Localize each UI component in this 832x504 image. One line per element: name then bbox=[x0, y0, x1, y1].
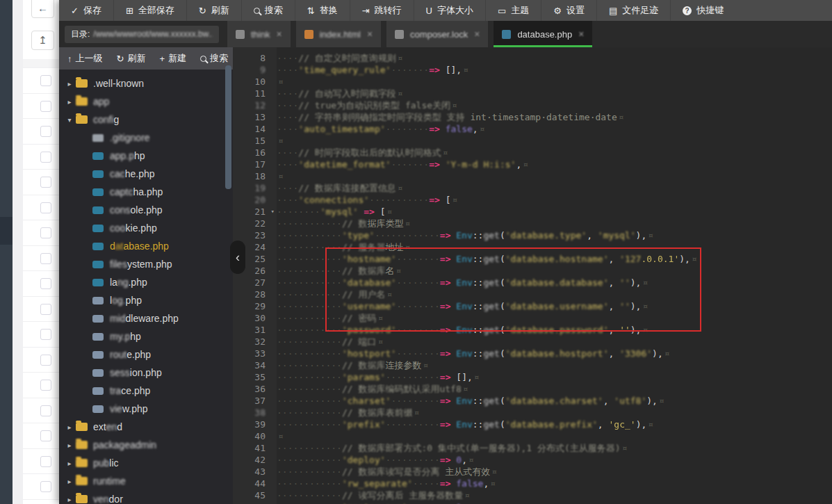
tree-item-app-php[interactable]: app.php bbox=[59, 147, 233, 165]
tree-up-level-button[interactable]: ↑上一级 bbox=[67, 52, 103, 65]
tree-item-packageadmin[interactable]: ▸packageadmin bbox=[59, 436, 233, 454]
toolbar-shortcuts-button[interactable]: ?快捷键 bbox=[670, 0, 735, 21]
left-nav-selected-item[interactable] bbox=[0, 217, 13, 245]
toolbar-replace-button[interactable]: ⇅替换 bbox=[295, 0, 350, 21]
file-row bbox=[23, 169, 59, 195]
tree-item-vendor[interactable]: ▸vendor bbox=[59, 490, 233, 504]
row-checkbox[interactable] bbox=[40, 355, 51, 366]
toolbar-search-button[interactable]: 搜索 bbox=[241, 0, 295, 21]
token: 1 bbox=[456, 501, 462, 504]
token: ¤ bbox=[403, 241, 410, 253]
toolbar-file-history-button[interactable]: ▤文件足迹 bbox=[596, 0, 670, 21]
toolbar-font-size-button[interactable]: U字体大小 bbox=[414, 0, 485, 21]
row-checkbox[interactable] bbox=[40, 75, 51, 86]
tab-database-php[interactable]: database.php× bbox=[494, 21, 592, 47]
close-icon[interactable]: × bbox=[578, 29, 584, 40]
name-segment: rout bbox=[110, 349, 127, 360]
toolbar-save-all-button[interactable]: ⊞全部保存 bbox=[113, 0, 186, 21]
code-text: ····// 时间字段取出后的默认时间格式¤ bbox=[277, 147, 448, 158]
row-checkbox[interactable] bbox=[40, 456, 51, 467]
name-segment: .php bbox=[128, 277, 147, 288]
tree-item-name: filesystem.php bbox=[110, 259, 172, 270]
tree-item-trace-php[interactable]: trace.php bbox=[59, 382, 233, 400]
tree-item-cache-php[interactable]: cache.php bbox=[59, 165, 233, 183]
row-checkbox[interactable] bbox=[40, 202, 51, 213]
tree-item-lang-php[interactable]: lang.php bbox=[59, 273, 233, 291]
tree-item-view-php[interactable]: view.php bbox=[59, 400, 233, 418]
tab-composer-lock[interactable]: composer.lock× bbox=[386, 21, 488, 47]
toolbar-refresh-button[interactable]: ↻刷新 bbox=[186, 0, 241, 21]
tree-item-runtime[interactable]: ▸runtime bbox=[59, 472, 233, 490]
tree-item-database-php[interactable]: database.php bbox=[59, 237, 233, 255]
tree-item-extend[interactable]: ▸extend bbox=[59, 418, 233, 436]
chevron-right-icon[interactable]: ▸ bbox=[63, 98, 76, 106]
tree-item-config[interactable]: ▾config bbox=[59, 111, 233, 129]
tree-item-console-php[interactable]: console.php bbox=[59, 201, 233, 219]
tree-item-public[interactable]: ▸public bbox=[59, 454, 233, 472]
code-pane[interactable]: 8····// 自定义时间查询规则¤9····'time_query_rule'… bbox=[233, 47, 832, 504]
collapse-sidebar-button[interactable]: ‹ bbox=[230, 241, 245, 274]
tree-item-log-php[interactable]: log.php bbox=[59, 291, 233, 309]
toolbar-goto-line-button[interactable]: ⇥跳转行 bbox=[350, 0, 414, 21]
row-checkbox[interactable] bbox=[40, 481, 51, 492]
tree-refresh-button[interactable]: ↻刷新 bbox=[117, 52, 146, 65]
toolbar-settings-button[interactable]: ⚙设置 bbox=[541, 0, 596, 21]
tab-think[interactable]: think× bbox=[227, 21, 291, 47]
code-text: ············// 数据库表前缀¤ bbox=[277, 407, 419, 418]
chevron-right-icon[interactable]: ▸ bbox=[63, 496, 76, 503]
tree-item-app[interactable]: ▸app bbox=[59, 92, 233, 111]
row-checkbox[interactable] bbox=[40, 430, 51, 441]
close-icon[interactable]: × bbox=[276, 29, 282, 40]
row-checkbox[interactable] bbox=[40, 304, 51, 315]
token: 'password' bbox=[342, 324, 396, 336]
tree-item-filesystem-php[interactable]: filesystem.php bbox=[59, 255, 233, 273]
line-number: 14 bbox=[233, 123, 277, 135]
toolbar-save-button[interactable]: ✓保存 bbox=[59, 0, 113, 21]
tree-new-button[interactable]: +新建 bbox=[159, 52, 186, 65]
tree-item-well-known[interactable]: ▸.well-known bbox=[59, 74, 233, 92]
row-checkbox[interactable] bbox=[40, 380, 51, 391]
chevron-right-icon[interactable]: ▸ bbox=[63, 460, 76, 467]
folder-icon bbox=[76, 97, 88, 106]
tree-item-gitignore[interactable]: .gitignore bbox=[59, 129, 233, 147]
tree-item-session-php[interactable]: session.php bbox=[59, 364, 233, 382]
line-number: 18 bbox=[233, 170, 277, 182]
tab-index-html[interactable]: index.html× bbox=[296, 21, 381, 47]
row-checkbox[interactable] bbox=[40, 177, 51, 188]
token: '' bbox=[619, 324, 630, 336]
tree-scrollbar[interactable] bbox=[225, 65, 231, 189]
chevron-right-icon[interactable]: ▸ bbox=[63, 441, 76, 449]
tree-search-button[interactable]: 搜索 bbox=[200, 52, 228, 65]
row-checkbox[interactable] bbox=[40, 152, 51, 163]
tree-item-cookie-php[interactable]: cookie.php bbox=[59, 219, 233, 237]
chevron-right-icon[interactable]: ▸ bbox=[63, 423, 76, 431]
token: ¤ bbox=[412, 407, 419, 418]
close-icon[interactable]: × bbox=[367, 29, 373, 40]
row-checkbox[interactable] bbox=[40, 253, 51, 264]
fold-marker-icon[interactable]: ▾ bbox=[271, 207, 275, 216]
tree-item-route-php[interactable]: route.php bbox=[59, 346, 233, 364]
row-checkbox[interactable] bbox=[40, 101, 51, 112]
tree-item-middleware-php[interactable]: middleware.php bbox=[59, 309, 233, 327]
back-button[interactable]: ← bbox=[31, 0, 54, 18]
tree-item-captcha-php[interactable]: captcha.php bbox=[59, 183, 233, 201]
directory-path-box[interactable]: 目录: /www/wwwroot/www.xxxxxx.bw… bbox=[65, 26, 219, 43]
code-line: 44············'rw_separate'·····=> false… bbox=[233, 478, 832, 489]
row-checkbox[interactable] bbox=[40, 329, 51, 340]
row-checkbox[interactable] bbox=[40, 278, 51, 289]
token: ············ bbox=[277, 454, 342, 466]
upload-button[interactable]: ↥ bbox=[31, 31, 54, 50]
chevron-down-icon[interactable]: ▾ bbox=[63, 116, 76, 124]
row-checkbox[interactable] bbox=[40, 227, 51, 238]
tree-item-my-php[interactable]: my.php bbox=[59, 327, 233, 346]
token: ············ bbox=[277, 371, 342, 383]
row-checkbox[interactable] bbox=[40, 126, 51, 137]
toolbar-theme-button[interactable]: ▭主题 bbox=[485, 0, 541, 21]
folder-icon bbox=[76, 79, 88, 88]
row-checkbox[interactable] bbox=[40, 405, 51, 416]
chevron-right-icon[interactable]: ▸ bbox=[63, 478, 76, 485]
name-segment: en bbox=[106, 421, 117, 432]
token: ¤ bbox=[277, 135, 284, 147]
chevron-right-icon[interactable]: ▸ bbox=[63, 80, 76, 88]
close-icon[interactable]: × bbox=[474, 29, 480, 40]
